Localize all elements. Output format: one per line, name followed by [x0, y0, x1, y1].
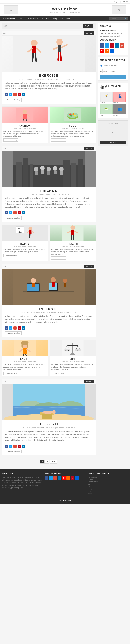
svg-point-73 [51, 277, 56, 282]
social-link-y[interactable]: y [116, 1, 117, 3]
recent-post-food[interactable]: 🥗 Food [100, 104, 113, 116]
sidebar-social-fl[interactable]: fl [110, 48, 114, 53]
search-input[interactable] [110, 17, 124, 20]
friends-share-facebook[interactable]: f [5, 211, 8, 214]
friends-continue[interactable]: Continue Reading [5, 216, 22, 220]
footer-social-rss[interactable]: rss [66, 476, 70, 480]
happy-card: DON'T WORRY BE HAPPY [2, 224, 48, 261]
footer-cat-advertisement[interactable]: Advertisement [88, 476, 128, 478]
svg-rect-99 [70, 354, 75, 354]
footer-cat-joy[interactable]: Joy [88, 483, 128, 485]
sticky-ad-buy-btn[interactable]: Buy Now [100, 141, 126, 144]
friends-share-li[interactable]: in [22, 211, 25, 214]
friends-buy-btn[interactable]: Buy Now [84, 147, 94, 150]
svg-text:👗: 👗 [118, 94, 122, 98]
share-pinterest[interactable]: p [18, 93, 21, 96]
social-link-rss[interactable]: rss [126, 1, 128, 3]
health-image [50, 225, 96, 241]
sidebar-social-tw[interactable]: t [105, 44, 109, 48]
svg-point-108 [42, 411, 53, 414]
social-link-p[interactable]: p [118, 1, 119, 3]
footer-social-tw[interactable]: t [49, 476, 53, 480]
footer-cat-style[interactable]: Style [88, 493, 128, 494]
footer-social-li[interactable]: in [58, 476, 61, 480]
sidebar-social-li[interactable]: in [115, 44, 119, 48]
recent-post-exercise[interactable]: 🏋️ Exercise [100, 92, 113, 104]
footer-categories-list: Advertisement Culture Entertainment Joy … [88, 476, 128, 494]
social-link-f[interactable]: f [113, 1, 113, 3]
lifestyle-share-tw[interactable]: t [9, 444, 12, 448]
exercise-card-buy-btn[interactable]: Buy Now [84, 32, 94, 35]
internet-share-fb[interactable]: f [5, 326, 8, 330]
life-continue[interactable]: Continue Reading [51, 372, 66, 375]
social-link-t[interactable]: t [115, 1, 115, 3]
footer-cat-sex[interactable]: Sex [88, 490, 128, 492]
nav-item-advertisement[interactable]: Advertisement [2, 16, 16, 21]
friends-share-pi[interactable]: p [18, 211, 21, 214]
footer-cat-living[interactable]: Living [88, 488, 128, 490]
internet-share-pi[interactable]: p [18, 326, 21, 330]
fashion-continue[interactable]: Continue Reading [3, 138, 18, 142]
footer-social-gp[interactable]: g+ [53, 476, 57, 480]
happy-continue[interactable]: Continue Reading [3, 254, 18, 257]
footer-cat-culture[interactable]: Culture [88, 478, 128, 480]
nav-item-style[interactable]: Style [64, 16, 71, 21]
nav-item-life[interactable]: Life [45, 16, 51, 21]
sidebar-social-pi[interactable]: p [110, 44, 114, 48]
share-twitter[interactable]: t [9, 93, 12, 96]
social-link-g[interactable]: g+ [120, 1, 122, 3]
sidebar-social-rss[interactable]: rss [105, 48, 109, 53]
internet-buy-btn[interactable]: Buy Now [84, 265, 94, 268]
recent-post-friends[interactable]: 👥 Friends [113, 104, 126, 116]
share-facebook[interactable]: f [5, 93, 8, 96]
sidebar-social-yt[interactable]: ▶ [100, 48, 104, 53]
subscription-email-input[interactable] [102, 69, 126, 73]
laugh-continue[interactable]: Continue Reading [3, 372, 18, 375]
social-link-in[interactable]: in [123, 1, 125, 3]
share-linkedin[interactable]: in [22, 93, 25, 96]
footer-social-pi[interactable]: p [71, 476, 74, 480]
subscription-go-button[interactable]: GO [100, 75, 126, 78]
nav-item-joy[interactable]: Joy [39, 16, 45, 21]
exercise-continue[interactable]: Continue Reading [5, 98, 22, 102]
page-next-button[interactable]: Next [50, 460, 57, 464]
friends-share-gp[interactable]: g [13, 211, 17, 214]
nav-item-living[interactable]: Living [51, 16, 58, 21]
page-2-button[interactable]: 2 [45, 460, 50, 464]
search-button[interactable]: 🔍 [124, 17, 128, 20]
lifestyle-share-pi[interactable]: p [18, 444, 21, 448]
buy-now-button[interactable]: Buy Now [83, 24, 93, 28]
subscription-name-input[interactable] [103, 64, 126, 68]
internet-continue[interactable]: Continue Reading [5, 332, 22, 335]
lifestyle-continue[interactable]: Continue Reading [5, 450, 22, 453]
sidebar-social-row: f t p in g+ ▶ rss fl [100, 44, 126, 53]
nav-item-entertainment[interactable]: Entertainment [25, 16, 39, 21]
health-continue[interactable]: Continue Reading [51, 256, 66, 260]
site-logo[interactable]: WP-Horizon Just another Substream Demo S… [49, 7, 81, 14]
footer-social-fb[interactable]: f [45, 476, 48, 480]
internet-share-gp[interactable]: g [13, 326, 17, 330]
nav-item-sex[interactable]: Sex [58, 16, 64, 21]
page-1-button[interactable]: 1 [40, 460, 45, 464]
recent-post-fashion[interactable]: 👗 Fashion [113, 92, 126, 104]
lifestyle-share-gp[interactable]: g [13, 444, 17, 448]
sidebar-subscription: Subscriptions Title 👤 ✉ GO [98, 57, 128, 80]
footer-social-fl[interactable]: fl [75, 476, 79, 480]
life-title: Life [51, 358, 94, 360]
internet-share-li[interactable]: in [22, 326, 25, 330]
friends-share-twitter[interactable]: t [9, 211, 12, 214]
sidebar-social-gp[interactable]: g+ [120, 44, 125, 48]
food-continue[interactable]: Continue Reading [51, 138, 66, 142]
footer-cat-life[interactable]: Life [88, 486, 128, 488]
internet-share-tw[interactable]: t [9, 326, 12, 330]
sidebar-social-fb[interactable]: f [100, 44, 104, 48]
lifestyle-share-fb[interactable]: f [5, 444, 8, 448]
footer-social-yt[interactable]: ▶ [62, 476, 66, 480]
nav-item-culture[interactable]: Culture [16, 16, 25, 21]
recent-thumb-food: 🥗 [100, 104, 113, 114]
lifestyle-share-li[interactable]: in [22, 444, 25, 448]
lifestyle-buy-btn[interactable]: Buy Now [84, 380, 94, 383]
footer-cat-entertainment[interactable]: Entertainment [88, 481, 128, 483]
share-googleplus[interactable]: g [13, 93, 17, 96]
laugh-content: Laugh BY ALPHA | FEBRUARY 25, 2017 Asc L… [2, 356, 48, 376]
